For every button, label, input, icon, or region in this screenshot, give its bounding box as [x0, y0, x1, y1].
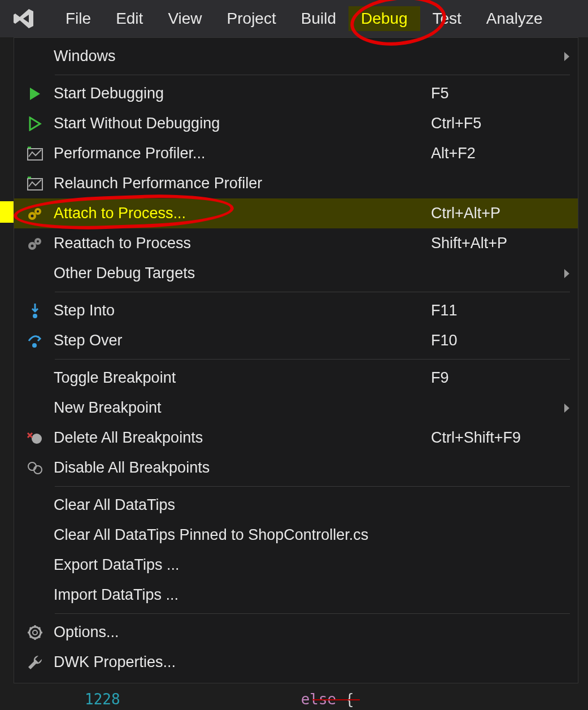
menu-item-label: Other Debug Targets — [54, 265, 431, 282]
menu-item-delete-all-breakpoints[interactable]: Delete All Breakpoints Ctrl+Shift+F9 — [14, 423, 578, 453]
gear-icon — [16, 617, 54, 647]
menu-item-label: Options... — [54, 624, 431, 641]
svg-point-11 — [32, 343, 37, 348]
menu-item-label: Clear All DataTips — [54, 496, 431, 514]
svg-line-22 — [38, 636, 40, 638]
vs-logo-icon — [10, 5, 37, 32]
menu-view[interactable]: View — [155, 6, 214, 31]
disable-breakpoints-icon — [16, 453, 54, 483]
menu-separator — [55, 75, 570, 75]
svg-point-10 — [33, 314, 37, 318]
menu-item-label: Windows — [54, 47, 431, 65]
menu-item-shortcut: F10 — [431, 332, 555, 349]
menu-item-label: Reattach to Process — [54, 235, 431, 252]
menu-item-start-without-debugging[interactable]: Start Without Debugging Ctrl+F5 — [14, 109, 578, 138]
profiler-relaunch-icon — [16, 168, 54, 198]
menu-item-export-datatips[interactable]: Export DataTips ... — [14, 550, 578, 580]
menu-item-performance-profiler[interactable]: Performance Profiler... Alt+F2 — [14, 138, 578, 168]
menu-separator — [55, 486, 570, 487]
step-into-icon — [16, 296, 54, 326]
svg-point-12 — [32, 434, 42, 444]
svg-point-4 — [31, 214, 34, 217]
code-fragment: else { — [301, 691, 354, 708]
submenu-arrow-icon — [555, 52, 578, 61]
menu-item-attach-to-process[interactable]: Attach to Process... Ctrl+Alt+P — [14, 198, 578, 228]
svg-line-23 — [30, 636, 32, 638]
step-over-icon — [16, 326, 54, 356]
menu-item-label: DWK Properties... — [54, 653, 431, 671]
menu-test[interactable]: Test — [420, 6, 474, 31]
wrench-icon — [16, 647, 54, 677]
menu-item-shortcut: F5 — [431, 85, 555, 102]
menu-separator — [55, 613, 570, 614]
menu-item-shortcut: F11 — [431, 302, 555, 319]
blank-icon — [16, 258, 54, 288]
menu-item-label: Delete All Breakpoints — [54, 429, 431, 447]
menu-item-label: Relaunch Performance Profiler — [54, 175, 431, 192]
menu-item-dwk-properties[interactable]: DWK Properties... — [14, 647, 578, 677]
menu-item-label: Start Without Debugging — [54, 115, 431, 132]
gears-icon — [16, 198, 54, 228]
menu-item-label: Disable All Breakpoints — [54, 459, 431, 477]
blank-icon — [16, 490, 54, 520]
blank-icon — [16, 41, 54, 71]
debug-dropdown-menu: Windows Start Debugging F5 Start Without… — [14, 37, 578, 683]
menu-file[interactable]: File — [53, 6, 103, 31]
menu-item-other-debug-targets[interactable]: Other Debug Targets — [14, 258, 578, 288]
menu-item-shortcut: Alt+F2 — [431, 145, 555, 162]
menu-item-new-breakpoint[interactable]: New Breakpoint — [14, 393, 578, 423]
menu-item-start-debugging[interactable]: Start Debugging F5 — [14, 79, 578, 109]
blank-icon — [16, 363, 54, 393]
code-keyword: else — [301, 691, 337, 708]
menu-item-shortcut: Ctrl+Alt+P — [431, 205, 555, 222]
menu-project[interactable]: Project — [215, 6, 289, 31]
menu-separator — [55, 292, 570, 292]
menu-item-label: Step Into — [54, 302, 431, 319]
menu-item-options[interactable]: Options... — [14, 617, 578, 647]
menu-item-label: Performance Profiler... — [54, 145, 431, 162]
menu-analyze[interactable]: Analyze — [474, 6, 555, 31]
menu-item-step-into[interactable]: Step Into F11 — [14, 296, 578, 326]
menu-item-label: Start Debugging — [54, 85, 431, 102]
menu-build[interactable]: Build — [289, 6, 349, 31]
play-outline-icon — [16, 109, 54, 138]
svg-point-16 — [33, 630, 37, 635]
menu-item-toggle-breakpoint[interactable]: Toggle Breakpoint F9 — [14, 363, 578, 393]
submenu-arrow-icon — [555, 404, 578, 413]
delete-breakpoints-icon — [16, 423, 54, 453]
menu-item-relaunch-profiler[interactable]: Relaunch Performance Profiler — [14, 168, 578, 198]
play-solid-icon — [16, 79, 54, 109]
editor-background: 1228 else { — [0, 689, 588, 710]
svg-point-8 — [31, 244, 34, 247]
menu-edit[interactable]: Edit — [103, 6, 155, 31]
svg-line-24 — [38, 627, 40, 629]
menu-separator — [55, 359, 570, 360]
blank-icon — [16, 550, 54, 580]
menu-item-clear-pinned-datatips[interactable]: Clear All DataTips Pinned to ShopControl… — [14, 520, 578, 550]
svg-point-5 — [37, 210, 39, 213]
menu-item-label: Import DataTips ... — [54, 586, 431, 604]
menu-item-label: Toggle Breakpoint — [54, 369, 431, 387]
svg-line-21 — [30, 627, 32, 629]
menu-item-label: Step Over — [54, 332, 431, 349]
submenu-arrow-icon — [555, 269, 578, 278]
menu-item-shortcut: Ctrl+Shift+F9 — [431, 429, 555, 447]
menu-item-shortcut: F9 — [431, 369, 555, 387]
menu-item-windows[interactable]: Windows — [14, 41, 578, 71]
line-number: 1228 — [85, 691, 120, 708]
svg-point-9 — [37, 240, 39, 243]
profiler-icon — [16, 138, 54, 168]
menu-item-label: Export DataTips ... — [54, 556, 431, 574]
menubar: File Edit View Project Build Debug Test … — [0, 0, 588, 37]
menu-item-label: New Breakpoint — [54, 399, 431, 417]
menu-debug[interactable]: Debug — [349, 6, 420, 31]
menu-item-disable-all-breakpoints[interactable]: Disable All Breakpoints — [14, 453, 578, 483]
menu-item-label: Clear All DataTips Pinned to ShopControl… — [54, 526, 431, 544]
gears-gray-icon — [16, 228, 54, 258]
menu-item-step-over[interactable]: Step Over F10 — [14, 326, 578, 356]
menu-item-clear-all-datatips[interactable]: Clear All DataTips — [14, 490, 578, 520]
menu-item-reattach-to-process[interactable]: Reattach to Process Shift+Alt+P — [14, 228, 578, 258]
menu-item-shortcut: Shift+Alt+P — [431, 235, 555, 252]
menu-item-import-datatips[interactable]: Import DataTips ... — [14, 580, 578, 610]
blank-icon — [16, 393, 54, 423]
